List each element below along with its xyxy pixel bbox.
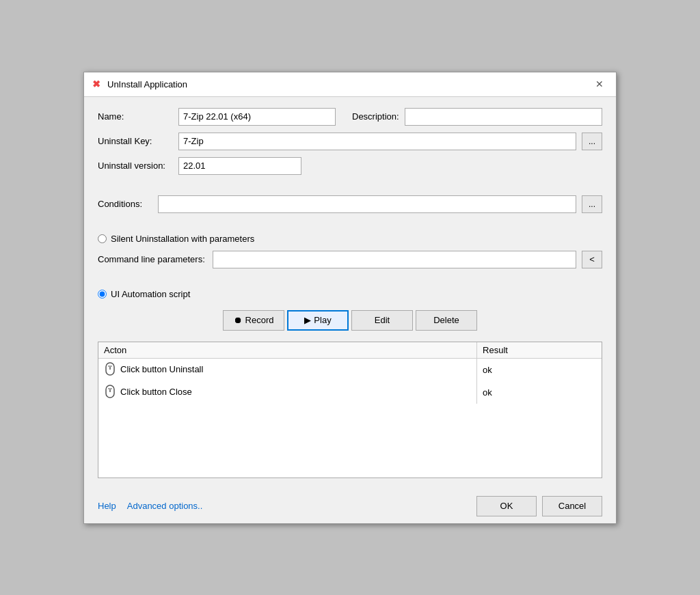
cmdline-input[interactable] [213,251,576,268]
actions-table-container: Acton Result Click button Uninstallok Cl… [98,342,602,478]
cancel-button[interactable]: Cancel [542,496,602,516]
mouse-icon [104,361,116,378]
delete-button[interactable]: Delete [416,310,477,331]
name-description-row: Name: Description: [98,108,602,126]
col-result-header: Result [477,342,602,359]
actions-table: Acton Result Click button Uninstallok Cl… [98,342,602,404]
result-cell: ok [477,358,602,381]
uninstall-version-label: Uninstall version: [98,161,173,171]
ok-button[interactable]: OK [476,496,537,516]
record-label: Record [245,315,274,325]
silent-radio[interactable] [98,234,107,243]
title-bar: ✖ UnInstall Application ✕ [84,72,616,97]
cmdline-row: Command line parameters: < [98,251,602,268]
advanced-options-link[interactable]: Advanced options.. [127,501,203,511]
col-action-header: Acton [98,342,477,359]
uninstall-key-row: Uninstall Key: ... [98,133,602,150]
edit-button[interactable]: Edit [351,310,413,331]
action-cell: Click button Close [98,381,477,404]
conditions-input[interactable] [158,195,576,213]
footer: Help Advanced options.. OK Cancel [84,489,616,523]
silent-radio-label: Silent Uninstallation with parameters [111,234,254,244]
uninstall-version-row: Uninstall version: [98,157,602,175]
table-row: Click button Closeok [98,381,602,404]
dialog-title: UnInstall Application [107,79,187,89]
action-cell: Click button Uninstall [98,358,477,381]
ui-automation-radio[interactable] [98,290,107,299]
record-button[interactable]: ⏺ Record [223,310,284,331]
uninstall-dialog: ✖ UnInstall Application ✕ Name: Descript… [83,72,617,524]
name-label: Name: [98,111,173,122]
description-input[interactable] [405,108,602,126]
uninstall-key-label: Uninstall Key: [98,136,173,146]
close-button[interactable]: ✕ [591,76,608,92]
table-row: Click button Uninstallok [98,358,602,381]
delete-label: Delete [433,315,459,325]
action-text: Click button Uninstall [120,363,203,374]
action-text: Click button Close [120,386,192,396]
app-icon: ✖ [92,79,103,89]
ui-automation-radio-row: UI Automation script [98,289,602,299]
footer-buttons: OK Cancel [476,496,602,516]
uninstall-key-input[interactable] [178,133,576,150]
record-icon: ⏺ [234,315,243,325]
description-label: Description: [352,111,399,122]
edit-label: Edit [375,315,390,325]
cmdline-angle-button[interactable]: < [582,251,602,268]
dialog-body: Name: Description: Uninstall Key: ... Un… [84,97,616,489]
play-icon: ▶ [304,315,311,325]
mouse-icon [104,384,116,401]
name-input[interactable] [178,108,336,126]
silent-radio-row: Silent Uninstallation with parameters [98,234,602,244]
title-bar-left: ✖ UnInstall Application [92,79,187,89]
conditions-browse-button[interactable]: ... [582,195,602,213]
ui-automation-radio-label: UI Automation script [111,289,190,299]
cmdline-label: Command line parameters: [98,254,207,264]
conditions-row: Conditions: ... [98,195,602,213]
uninstall-version-input[interactable] [178,157,301,175]
action-buttons-row: ⏺ Record ▶ Play Edit Delete [98,310,602,331]
help-link[interactable]: Help [98,501,116,511]
result-cell: ok [477,381,602,404]
conditions-label: Conditions: [98,199,152,209]
play-label: Play [314,315,331,325]
play-button[interactable]: ▶ Play [287,310,349,331]
uninstall-key-browse-button[interactable]: ... [582,133,602,150]
